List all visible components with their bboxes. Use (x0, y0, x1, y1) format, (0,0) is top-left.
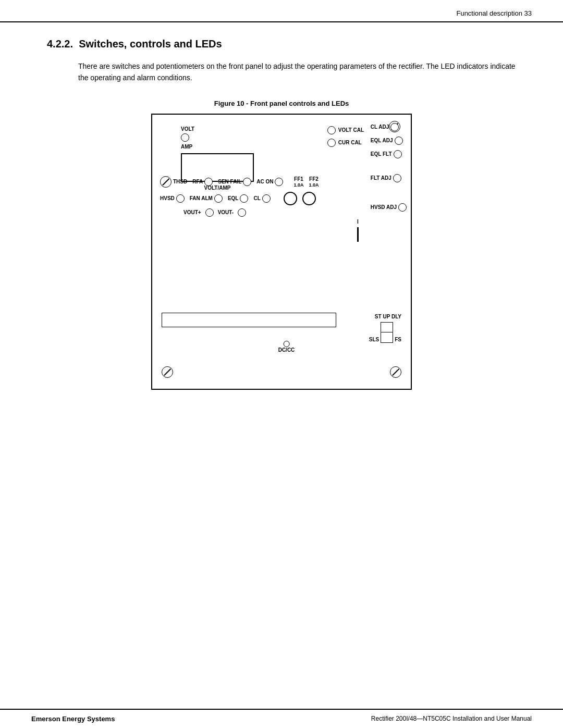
ac-on-label: AC ON (256, 179, 273, 185)
eql-flt-knob (394, 150, 402, 158)
sen-fail-label: SEN FAIL (218, 179, 241, 185)
rfa-led (204, 178, 213, 186)
bottom-display-bar (162, 313, 336, 327)
flt-adj-label: FLT ADJ (371, 175, 391, 181)
cur-cal-led (327, 139, 336, 147)
page-footer: Emerson Energy Systems Rectifier 200I/48… (0, 709, 563, 728)
row3-indicators: VOUT+ VOUT- (183, 208, 246, 217)
current-sense-section: I (357, 219, 359, 242)
fan-alm-item: FAN ALM (190, 194, 223, 203)
panel-box: VOLT AMP VOLT/AMP VOLT CAL (151, 114, 412, 390)
eql-label: EQL (228, 195, 239, 202)
i-label: I (357, 219, 359, 225)
ff1-fuse (284, 192, 297, 205)
right-controls: CL ADJ EQL ADJ EQL FLT FLT ADJ (371, 123, 407, 212)
header-text: Functional description 33 (456, 9, 532, 17)
footer-product: Rectifier 200I/48—NT5C05C Installation a… (371, 715, 532, 723)
hvsd-adj-knob (398, 203, 407, 212)
hvsd-adj-item: HVSD ADJ (371, 203, 407, 212)
section-title: 4.2.2. Switches, controls and LEDs (47, 38, 516, 50)
ff2-amp-label: 1.0A (309, 182, 319, 188)
fs-label: FS (395, 337, 401, 343)
thsd-label: THSD (173, 179, 187, 185)
st-up-dly-section: ST UP DLY SLS FS (369, 314, 401, 343)
current-sense-bar (357, 227, 359, 242)
fan-alm-label: FAN ALM (190, 195, 213, 202)
ff1-amp-label: 1.0A (293, 182, 303, 188)
hvsd-label: HVSD (160, 195, 175, 202)
volt-cal-label: VOLT CAL (338, 127, 364, 133)
cl-adj-knob (390, 123, 399, 131)
ff1-fuse-circle (284, 192, 297, 205)
bottom-right-mount-circle (390, 366, 401, 378)
dc-cc-label: DC/CC (278, 347, 295, 353)
dip-switch-box (381, 322, 393, 343)
flt-adj-item: FLT ADJ (371, 174, 407, 182)
ff1-section: FF1 1.0A (293, 176, 303, 188)
panel-diagram-container: VOLT AMP VOLT/AMP VOLT CAL (47, 114, 516, 390)
volt-cal-item: VOLT CAL (327, 126, 364, 134)
amp-label: AMP (181, 144, 194, 150)
fan-alm-led (214, 194, 223, 203)
ff2-fuse (302, 192, 316, 205)
cal-section: VOLT CAL CUR CAL (327, 126, 364, 147)
thsd-item: THSD (160, 176, 187, 188)
volt-cal-led (327, 126, 336, 134)
hvsd-led (176, 194, 185, 203)
row1-indicators: THSD RFA SEN FAIL AC ON (160, 176, 319, 188)
dip-top (381, 323, 393, 332)
dc-cc-section: DC/CC (278, 341, 295, 353)
intro-paragraph: There are switches and potentiometers on… (78, 60, 516, 84)
cl-led (262, 194, 271, 203)
dc-cc-led (283, 341, 289, 347)
bottom-right-mount-hole (390, 366, 401, 379)
cl-item: CL (253, 194, 270, 203)
rfa-label: RFA (192, 179, 203, 185)
footer-company: Emerson Energy Systems (31, 715, 115, 723)
vout-minus-label: VOUT- (218, 209, 234, 216)
eql-adj-item: EQL ADJ (371, 137, 407, 145)
cur-cal-label: CUR CAL (338, 140, 362, 146)
ff1-label: FF1 (294, 176, 303, 182)
ff2-fuse-circle (302, 192, 316, 205)
sls-fs-dip: SLS FS (369, 322, 401, 343)
vout-plus-led (205, 208, 214, 217)
hvsd-adj-label: HVSD ADJ (371, 204, 397, 211)
ff2-section: FF2 1.0A (309, 176, 319, 188)
cur-cal-item: CUR CAL (327, 139, 364, 147)
vout-minus-led (238, 208, 246, 217)
rfa-item: RFA (192, 178, 213, 186)
flt-adj-knob (393, 174, 401, 182)
vout-plus-label: VOUT+ (183, 209, 201, 216)
eql-flt-item: EQL FLT (371, 150, 407, 158)
main-content: 4.2.2. Switches, controls and LEDs There… (0, 22, 563, 390)
ac-on-item: AC ON (256, 178, 283, 186)
eql-item: EQL (228, 194, 249, 203)
st-up-dly-label: ST UP DLY (375, 314, 401, 320)
thsd-led (160, 176, 172, 188)
sls-label: SLS (369, 337, 379, 343)
cl-adj-label: CL ADJ (371, 124, 389, 130)
volt-led (181, 133, 189, 142)
bottom-left-mount-circle (162, 366, 173, 378)
page-header: Functional description 33 (0, 0, 563, 22)
eql-adj-knob (395, 137, 403, 145)
eql-flt-label: EQL FLT (371, 151, 392, 157)
hvsd-item: HVSD (160, 194, 185, 203)
eql-adj-label: EQL ADJ (371, 138, 393, 144)
volt-label: VOLT (181, 126, 194, 132)
sen-fail-led (243, 178, 251, 186)
sen-fail-item: SEN FAIL (218, 178, 251, 186)
row2-indicators: HVSD FAN ALM EQL CL (160, 192, 316, 205)
figure-caption: Figure 10 - Front panel controls and LED… (47, 100, 516, 107)
ac-on-led (275, 178, 283, 186)
cl-adj-item: CL ADJ (371, 123, 407, 131)
eql-led (240, 194, 248, 203)
cl-label: CL (253, 195, 260, 202)
bottom-left-mount-hole (162, 366, 173, 379)
ff2-label: FF2 (309, 176, 319, 182)
